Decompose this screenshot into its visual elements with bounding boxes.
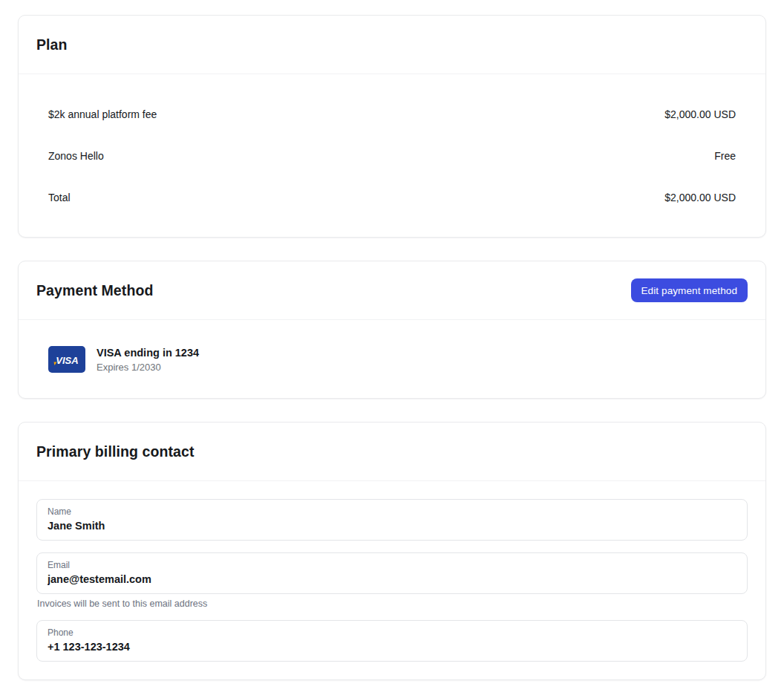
name-field-label: Name <box>48 506 736 517</box>
plan-row-value: $2,000.00 USD <box>664 192 736 203</box>
plan-row-zonos-hello: Zonos Hello Free <box>48 135 736 177</box>
name-field[interactable] <box>48 520 736 532</box>
plan-rows: $2k annual platform fee $2,000.00 USD Zo… <box>19 74 765 237</box>
billing-contact-header: Primary billing contact <box>19 423 765 481</box>
plan-row-label: $2k annual platform fee <box>48 108 157 120</box>
phone-field-wrapper: Phone <box>36 620 748 662</box>
payment-method-header: Payment Method Edit payment method <box>19 261 765 320</box>
visa-icon-label: VISA <box>56 355 78 366</box>
payment-method-body: VISA VISA ending in 1234 Expires 1/2030 <box>19 320 765 398</box>
plan-row-value: Free <box>714 150 736 162</box>
plan-row-total: Total $2,000.00 USD <box>48 177 736 218</box>
payment-method-card: Payment Method Edit payment method VISA … <box>18 261 766 399</box>
email-helper-text: Invoices will be sent to this email addr… <box>37 598 748 609</box>
payment-method-title: Payment Method <box>36 282 153 299</box>
plan-card-header: Plan <box>19 16 765 74</box>
visa-card-icon: VISA <box>48 346 85 373</box>
billing-contact-title: Primary billing contact <box>36 443 195 460</box>
billing-contact-body: Name Email Invoices will be sent to this… <box>19 481 765 679</box>
plan-row-label: Total <box>48 192 71 203</box>
email-field-label: Email <box>48 560 736 570</box>
plan-row-platform-fee: $2k annual platform fee $2,000.00 USD <box>48 94 736 135</box>
plan-card-title: Plan <box>36 36 68 53</box>
billing-page: Plan $2k annual platform fee $2,000.00 U… <box>0 0 784 680</box>
name-field-wrapper: Name <box>36 499 748 541</box>
card-summary: VISA ending in 1234 <box>97 347 199 359</box>
payment-method-row: VISA VISA ending in 1234 Expires 1/2030 <box>48 346 736 373</box>
billing-contact-card: Primary billing contact Name Email Invoi… <box>18 422 766 680</box>
phone-field-label: Phone <box>48 627 736 638</box>
email-field[interactable] <box>48 573 736 585</box>
card-expiry: Expires 1/2030 <box>97 362 199 373</box>
plan-row-value: $2,000.00 USD <box>664 108 736 120</box>
plan-row-label: Zonos Hello <box>48 150 104 162</box>
email-field-wrapper: Email <box>36 552 748 594</box>
payment-method-info: VISA ending in 1234 Expires 1/2030 <box>97 347 199 373</box>
edit-payment-method-button[interactable]: Edit payment method <box>631 278 748 302</box>
phone-field[interactable] <box>48 641 736 653</box>
plan-card: Plan $2k annual platform fee $2,000.00 U… <box>18 15 766 238</box>
